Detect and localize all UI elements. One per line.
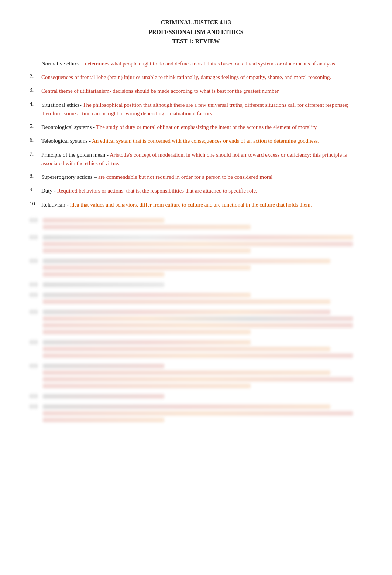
header-line1: CRIMINAL JUSTICE 4113: [30, 18, 362, 27]
item-separator: –: [79, 61, 85, 67]
page-header: CRIMINAL JUSTICE 4113 PROFESSIONALISM AN…: [30, 18, 362, 46]
item-definition: are commendable but not required in orde…: [98, 174, 273, 180]
item-content: Principle of the golden mean - Aristotle…: [41, 151, 362, 168]
item-content: Normative ethics – determines what peopl…: [41, 59, 362, 68]
item-content: Situational ethics- The philosophical po…: [41, 101, 362, 118]
list-item: Normative ethics – determines what peopl…: [30, 59, 362, 68]
item-separator: -: [80, 102, 83, 108]
item-definition: The study of duty or moral obligation em…: [96, 124, 318, 130]
item-term: Deontological systems: [41, 124, 92, 130]
item-separator: -: [65, 202, 70, 208]
item-definition: Required behaviors or actions, that is, …: [57, 188, 257, 194]
item-content: Central theme of utilitarianism- decisio…: [41, 87, 362, 95]
item-term: Duty: [41, 188, 52, 194]
item-definition: determines what people ought to do and d…: [85, 61, 335, 67]
item-definition: Central theme of utilitarianism- decisio…: [41, 88, 279, 94]
list-item: Situational ethics- The philosophical po…: [30, 101, 362, 118]
list-item: Consequences of frontal lobe (brain) inj…: [30, 73, 362, 82]
header-line3: TEST 1: REVIEW: [30, 37, 362, 46]
study-list: Normative ethics – determines what peopl…: [30, 59, 362, 209]
item-separator: -: [87, 138, 92, 144]
item-content: Consequences of frontal lobe (brain) inj…: [41, 73, 362, 82]
list-item: Central theme of utilitarianism- decisio…: [30, 87, 362, 95]
item-definition: Consequences of frontal lobe (brain) inj…: [41, 74, 331, 80]
blurred-content: [30, 218, 362, 424]
item-content: Teleological systems - An ethical system…: [41, 137, 362, 145]
item-term: Relativism: [41, 202, 65, 208]
item-term: Supererogatory actions: [41, 174, 93, 180]
list-item: Teleological systems - An ethical system…: [30, 137, 362, 145]
item-term: Normative ethics: [41, 61, 79, 67]
item-definition: idea that values and behaviors, differ f…: [70, 202, 312, 208]
item-definition: An ethical system that is concerned with…: [92, 138, 319, 144]
item-separator: –: [93, 174, 98, 180]
list-item: Deontological systems - The study of dut…: [30, 123, 362, 132]
item-separator: -: [92, 124, 96, 130]
item-content: Supererogatory actions – are commendable…: [41, 173, 362, 181]
item-content: Duty - Required behaviors or actions, th…: [41, 187, 362, 195]
header-line2: PROFESSIONALISM AND ETHICS: [30, 27, 362, 37]
list-item: Relativism - idea that values and behavi…: [30, 201, 362, 209]
item-separator: -: [105, 152, 110, 158]
list-item: Duty - Required behaviors or actions, th…: [30, 187, 362, 195]
item-separator: -: [52, 188, 57, 194]
list-item: Principle of the golden mean - Aristotle…: [30, 151, 362, 168]
item-term: Situational ethics: [41, 102, 80, 108]
item-definition: The philosophical position that although…: [41, 102, 348, 116]
list-item: Supererogatory actions – are commendable…: [30, 173, 362, 181]
item-content: Relativism - idea that values and behavi…: [41, 201, 362, 209]
item-term: Principle of the golden mean: [41, 152, 105, 158]
item-content: Deontological systems - The study of dut…: [41, 123, 362, 132]
item-term: Teleological systems: [41, 138, 87, 144]
